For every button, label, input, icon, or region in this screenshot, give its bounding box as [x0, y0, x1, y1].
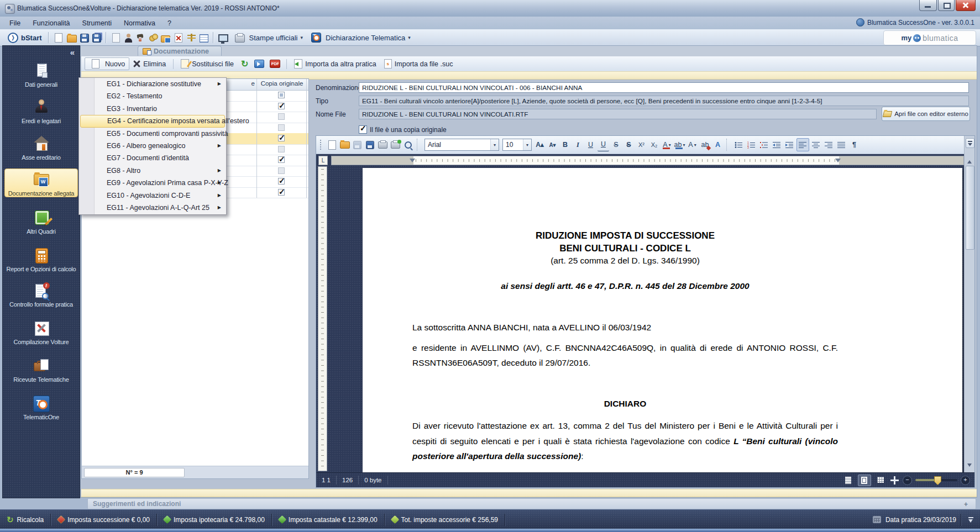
sostituisci-file-button[interactable]: Sostituisci file [177, 58, 238, 70]
document-body[interactable]: RIDUZIONE IMPOSTA DI SUCCESSIONE BENI CU… [412, 229, 838, 464]
left-indent-marker[interactable] [410, 159, 415, 165]
sidebar-item-compilazione-volture[interactable]: Compilazione Volture [4, 318, 78, 345]
copia-originale-checkbox[interactable] [359, 125, 367, 134]
suggestions-bar[interactable]: Suggerimenti ed indicazioni + [87, 498, 976, 509]
denominazione-input[interactable]: RIDUZIONE L - BENI CULTURALI NON VINCOLA… [359, 82, 969, 93]
zoom-slider[interactable] [915, 479, 957, 481]
menu-normativa[interactable]: Normativa [118, 19, 161, 27]
save-as-button[interactable] [364, 139, 376, 151]
bold-button[interactable]: B [559, 139, 571, 151]
menu-item-eg9[interactable]: EG9 - Agevolazioni Prima casa P-X-Y-Z▶ [79, 177, 226, 189]
menu-item-eg8[interactable]: EG8 - Altro▶ [79, 165, 226, 177]
increase-indent-button[interactable] [784, 139, 795, 151]
save-all-icon[interactable] [92, 34, 101, 43]
menu-file[interactable]: File [3, 19, 27, 27]
new-document-button[interactable] [326, 139, 338, 151]
multilevel-list-button[interactable] [758, 139, 770, 151]
page-layout-view-button[interactable] [858, 475, 871, 486]
double-underline-button[interactable]: U [598, 139, 609, 151]
menu-item-eg1[interactable]: EG1 - Dichiarazione sostitutive▶ [79, 78, 226, 90]
open-file-button[interactable] [339, 139, 350, 151]
italic-button[interactable]: I [572, 139, 584, 151]
dichiarazione-telematica-button[interactable]: Dichiarazione Telematica ▾ [306, 31, 414, 44]
monitor-icon[interactable] [218, 34, 228, 42]
right-indent-marker[interactable] [835, 159, 841, 165]
thumbnail-view-button[interactable] [874, 475, 887, 486]
estate-icon[interactable] [135, 33, 145, 43]
subscript-button[interactable]: X₂ [648, 139, 660, 151]
close-button[interactable] [956, 0, 976, 11]
menu-item-eg11[interactable]: EG11 - Agevolazioni A-L-Q-Art 25▶ [79, 202, 226, 214]
sidebar-item-dati-generali[interactable]: Dati generali [4, 60, 78, 88]
zoom-slider-thumb[interactable] [934, 476, 941, 485]
sidebar-item-ricevute-telematiche[interactable]: Ricevute Telematiche [4, 355, 78, 383]
double-strikethrough-button[interactable]: S [623, 139, 635, 151]
font-dialog-button[interactable]: A [712, 139, 724, 151]
refresh-icon[interactable]: ↻ [241, 60, 248, 69]
print-setup-button[interactable] [390, 139, 401, 151]
menu-item-eg7[interactable]: EG7 - Documenti d'identità [79, 152, 226, 164]
print-button[interactable] [377, 139, 389, 151]
vertical-ruler[interactable] [318, 166, 327, 471]
copia-originale-header[interactable]: Copia originale [257, 80, 307, 87]
sidebar-item-asse-ereditario[interactable]: Asse ereditario [4, 133, 78, 161]
copy-original-checkbox[interactable] [278, 113, 285, 120]
maximize-button[interactable] [938, 0, 955, 11]
copy-original-checkbox[interactable] [278, 189, 285, 196]
open-file-icon[interactable] [67, 35, 77, 43]
apri-file-editor-esterno-button[interactable]: Apri file con editor esterno [882, 107, 970, 121]
menu-item-eg6[interactable]: EG6 - Albero genealogico▶ [79, 140, 226, 152]
copy-original-checkbox[interactable] [278, 103, 285, 109]
menu-item-eg3[interactable]: EG3 - Inventario [79, 103, 226, 115]
copy-original-checkbox[interactable] [278, 156, 285, 163]
assets-icon[interactable] [148, 33, 158, 43]
statusbar-options-button[interactable] [966, 515, 976, 524]
expand-suggestions-icon[interactable]: + [964, 499, 968, 509]
sidebar-item-controllo-formale-pratica[interactable]: Controllo formale pratica [4, 280, 78, 308]
nuovo-button[interactable]: Nuovo [85, 57, 129, 70]
tab-documentazione[interactable]: Documentazione [138, 46, 222, 56]
importa-da-altra-pratica-button[interactable]: Importa da altra pratica [290, 58, 380, 70]
menu-item-eg2[interactable]: EG2 - Testamento [79, 90, 226, 102]
copy-original-checkbox[interactable] [278, 135, 285, 141]
strikethrough-button[interactable]: S [610, 139, 622, 151]
bstart-button[interactable]: ❭ bStart [4, 31, 45, 44]
copy-original-checkbox[interactable] [278, 146, 285, 152]
menu-?[interactable]: ? [161, 19, 177, 27]
superscript-button[interactable]: X² [636, 139, 647, 151]
menu-funzionalit-[interactable]: Funzionalità [27, 19, 76, 27]
font-color-button[interactable]: A▾ [661, 139, 673, 151]
elimina-button[interactable]: Elimina [129, 59, 170, 69]
document-page[interactable]: RIDUZIONE IMPOSTA DI SUCCESSIONE BENI CU… [363, 168, 962, 473]
ricalcola-button[interactable]: ↻ Ricalcola [0, 515, 50, 525]
other-frames-icon[interactable] [175, 33, 182, 43]
importa-da-file-suc-button[interactable]: s Importa da file .suc [380, 58, 457, 70]
save-button[interactable] [352, 139, 363, 151]
pdf-icon[interactable]: PDF [270, 60, 280, 68]
font-size-select[interactable]: 10▾ [502, 139, 532, 151]
scroll-down-icon[interactable] [967, 463, 972, 469]
pan-icon[interactable] [890, 476, 899, 485]
paragraph-marks-button[interactable]: ¶ [848, 139, 860, 151]
new-file-icon[interactable] [55, 33, 62, 43]
align-left-button[interactable] [796, 138, 809, 151]
menu-item-eg5[interactable]: EG5 - Documenti comprovanti passività [79, 128, 226, 140]
save-icon[interactable] [80, 34, 89, 43]
sidebar-item-report-e-opzioni-di-calcolo[interactable]: Report e Opzioni di calcolo [4, 245, 78, 272]
align-center-button[interactable] [810, 139, 822, 151]
scrollbar-thumb[interactable] [966, 166, 974, 250]
copy-original-checkbox[interactable] [278, 167, 285, 174]
zoom-in-button[interactable]: + [961, 476, 970, 485]
stampe-ufficiali-button[interactable]: Stampe ufficiali ▾ [230, 32, 306, 44]
highlight-button[interactable]: ab▾ [674, 139, 685, 151]
font-name-select[interactable]: Arial▾ [425, 139, 499, 151]
clear-format-button[interactable]: ab [699, 139, 711, 151]
justify-button[interactable] [836, 139, 847, 151]
report-icon[interactable] [200, 34, 208, 43]
toolbar-options-button[interactable] [966, 138, 974, 148]
copy-original-checkbox[interactable] [278, 178, 285, 185]
shrink-font-button[interactable]: A▾ [547, 139, 558, 151]
menu-strumenti[interactable]: Strumenti [76, 19, 118, 27]
print-preview-button[interactable] [402, 139, 414, 151]
menu-item-eg4[interactable]: EG4 - Certificazione imposta versata all… [80, 115, 225, 127]
